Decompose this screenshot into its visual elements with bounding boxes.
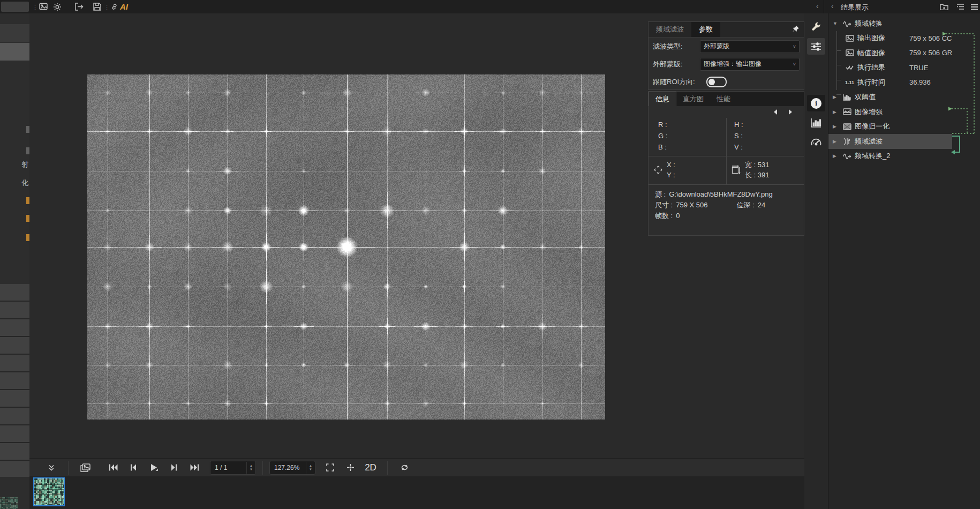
menu-icon[interactable] — [967, 0, 980, 13]
filter-wave-icon — [842, 138, 851, 145]
tree-node-freq-transform[interactable]: ▼ 频域转换 — [828, 16, 980, 31]
left-node-list-clipped[interactable]: 射 化 — [0, 13, 30, 509]
loop-icon[interactable] — [394, 460, 414, 476]
ai-assistant-button[interactable]: AI — [108, 0, 130, 13]
quick-access-box[interactable] — [1, 2, 29, 12]
filter-type-label: 滤波类型: — [653, 42, 700, 51]
center-icon[interactable] — [340, 460, 360, 476]
tab-parameters[interactable]: 参数 — [691, 22, 720, 37]
file-info: 源 :G:\download\5BHkMFZ8DwY.png 尺寸 :759 X… — [649, 184, 804, 221]
image-icon[interactable] — [36, 0, 50, 13]
tree-node-exec-result[interactable]: 执行结果 TRUE — [828, 61, 980, 76]
filter-type-select[interactable]: 外部蒙版˅ — [700, 40, 800, 53]
playback-toolbar: 1 / 1 ▲▼ 127.26% ▲▼ 2D — [29, 458, 804, 476]
gallery-icon[interactable] — [75, 460, 95, 476]
tree-node-exec-time[interactable]: 1.11 执行时间 36.936 — [828, 75, 980, 90]
frame-stepper[interactable]: ▲▼ — [246, 462, 255, 474]
external-mask-label: 外部蒙版: — [653, 59, 700, 69]
histogram-icon[interactable] — [807, 114, 825, 131]
follow-roi-label: 跟随ROI方向: — [653, 77, 706, 87]
next-frame-icon[interactable] — [164, 460, 184, 476]
params-panel: 频域滤波 参数 滤波类型: 外部蒙版˅ 外部蒙版: 图像增强：输出图像˅ 跟随R… — [648, 21, 804, 90]
histogram-icon — [842, 94, 851, 101]
caret-right-icon[interactable]: ▶ — [833, 94, 838, 100]
param-row-external-mask: 外部蒙版: 图像增强：输出图像˅ — [649, 55, 804, 73]
tab-freq-filter[interactable]: 频域滤波 — [649, 22, 691, 37]
first-frame-icon[interactable] — [103, 460, 123, 476]
wave-icon — [842, 20, 851, 27]
collapse-panel-chevron[interactable]: ‹ — [816, 2, 818, 10]
tree-node-freq-filter[interactable]: ▶ 频域滤波 — [828, 134, 952, 149]
link-icon — [110, 3, 118, 11]
result-panel-title: 结果展示 — [841, 3, 869, 12]
left-table-rows — [0, 284, 29, 477]
play-icon[interactable] — [144, 460, 164, 476]
tab-performance[interactable]: 性能 — [710, 92, 737, 106]
sliders-icon[interactable] — [807, 38, 825, 55]
chevron-down-icon: ˅ — [793, 44, 796, 49]
wrench-icon[interactable] — [807, 19, 825, 35]
hsv-values: H :S :V : — [726, 118, 804, 156]
zoom-level-spinner[interactable]: 127.26% ▲▼ — [269, 461, 315, 475]
left-list-row[interactable] — [0, 24, 29, 42]
side-toolbar: i — [804, 13, 828, 509]
image-icon — [845, 49, 854, 56]
next-page-icon[interactable] — [789, 109, 792, 115]
gauge-icon[interactable] — [807, 133, 825, 150]
cursor-position: X :Y : — [649, 156, 726, 184]
left-list-row-selected[interactable] — [0, 43, 29, 61]
gear-icon[interactable] — [50, 0, 64, 13]
prev-frame-icon[interactable] — [123, 460, 144, 476]
tree-node-image-enhance[interactable]: ▶ 图像增强 — [828, 104, 980, 119]
filmstrip — [29, 476, 804, 509]
fullscreen-icon[interactable] — [320, 460, 340, 476]
add-folder-icon[interactable] — [937, 0, 951, 13]
frame-counter-value: 1 / 1 — [210, 464, 246, 471]
rgb-values: R :G :B : — [649, 118, 726, 156]
info-tabbar: 信息 直方图 性能 — [649, 92, 804, 106]
app-window: ⋮ ⋮ AI ‹ ‹ 结果展示 — [0, 0, 980, 509]
tree-node-magnitude-image[interactable]: 幅值图像 759 x 506 GR — [828, 46, 980, 61]
fft-spectrum-image[interactable] — [87, 74, 605, 420]
zoom-stepper[interactable]: ▲▼ — [306, 462, 315, 474]
collapse-icon[interactable] — [41, 460, 62, 476]
last-frame-icon[interactable] — [184, 460, 205, 476]
tree-node-image-normalize[interactable]: ▶ 图像归一化 — [828, 119, 980, 134]
caret-right-icon[interactable]: ▶ — [833, 153, 838, 159]
frame-thumbnail-selected[interactable] — [33, 477, 65, 506]
dimensions-icon — [731, 165, 741, 175]
caret-right-icon[interactable]: ▶ — [833, 109, 838, 115]
result-panel-chevron[interactable]: ‹ — [831, 2, 833, 10]
tree-list-icon[interactable] — [953, 0, 967, 13]
mode-2d-button[interactable]: 2D — [360, 460, 381, 476]
frame-count: 0 — [676, 211, 680, 221]
time-111-icon: 1.11 — [845, 80, 854, 85]
tab-histogram[interactable]: 直方图 — [676, 92, 710, 106]
tree-node-output-image[interactable]: 输出图像 759 x 506 CC — [828, 31, 980, 46]
zoom-level-value: 127.26% — [270, 464, 306, 471]
image-size: 759 X 506 — [676, 200, 707, 211]
pin-icon[interactable] — [792, 25, 800, 33]
prev-page-icon[interactable] — [774, 109, 777, 115]
tree-node-freq-transform-2[interactable]: ▶ 频域转换_2 — [828, 149, 980, 164]
param-row-filter-type: 滤波类型: 外部蒙版˅ — [649, 38, 804, 55]
roi-size: 宽 : 531长 : 391 — [726, 156, 804, 184]
wave-icon — [842, 152, 851, 160]
clipped-label-hua: 化 — [21, 178, 30, 187]
frame-counter-spinner[interactable]: 1 / 1 ▲▼ — [210, 461, 256, 475]
follow-roi-toggle[interactable] — [706, 77, 727, 87]
caret-right-icon[interactable]: ▶ — [833, 124, 838, 129]
info-panel: 信息 直方图 性能 R :G :B : H :S :V : X :Y : 宽 :… — [648, 91, 804, 236]
tab-info[interactable]: 信息 — [649, 92, 676, 106]
tree-node-double-threshold[interactable]: ▶ 双阈值 — [828, 90, 980, 105]
result-tree-panel: ▼ 频域转换 输出图像 759 x 506 CC 幅值图像 759 x 506 … — [828, 13, 980, 509]
caret-right-icon[interactable]: ▶ — [833, 139, 838, 144]
move-icon — [654, 166, 662, 174]
info-icon[interactable]: i — [807, 95, 825, 111]
image-normalize-icon — [842, 123, 851, 130]
external-mask-select[interactable]: 图像增强：输出图像˅ — [700, 58, 800, 71]
save-icon[interactable] — [90, 0, 104, 13]
caret-down-icon[interactable]: ▼ — [833, 21, 838, 26]
export-icon[interactable] — [72, 0, 86, 13]
image-enhance-icon — [842, 108, 851, 115]
